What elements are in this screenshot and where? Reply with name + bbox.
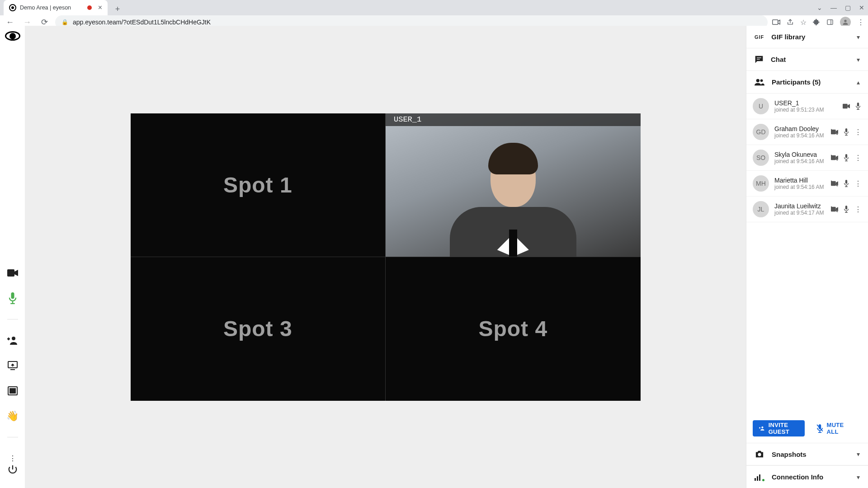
svg-rect-22 <box>845 154 847 158</box>
camera-on-icon[interactable] <box>843 103 850 110</box>
camera-icon <box>755 450 764 458</box>
svg-point-29 <box>761 427 763 428</box>
snapshots-panel-header[interactable]: Snapshots ▾ <box>746 443 868 465</box>
separator <box>7 437 18 437</box>
participant-row[interactable]: MHMarietta Hilljoined at 9:54:16 AM⋮ <box>746 171 868 197</box>
grid-spot-1[interactable]: Spot 1 <box>131 113 386 257</box>
present-button[interactable] <box>6 359 19 372</box>
svg-rect-10 <box>10 389 15 393</box>
tab-bar: Demo Area | eyeson × + ⌄ — ▢ ✕ <box>0 0 868 15</box>
spot-label: Spot 4 <box>478 316 547 341</box>
leave-call-button[interactable] <box>6 465 19 474</box>
left-rail: 👋 ⋮ <box>0 26 25 488</box>
url-text: app.eyeson.team/?otESdDut1L5lncbCHdHeGJt… <box>73 19 211 26</box>
svg-rect-0 <box>773 20 778 25</box>
camera-off-icon[interactable] <box>831 154 838 161</box>
bookmark-star-icon[interactable]: ☆ <box>800 18 807 27</box>
svg-rect-19 <box>845 128 847 132</box>
camera-toggle-button[interactable] <box>6 267 19 279</box>
svg-rect-1 <box>827 20 833 25</box>
window-minimize-icon[interactable]: — <box>830 4 837 11</box>
layout-button[interactable] <box>6 385 19 397</box>
participant-avatar: U <box>753 98 769 114</box>
grid-spot-3[interactable]: Spot 3 <box>131 257 386 401</box>
connection-bars-icon <box>755 474 764 481</box>
chat-panel-header[interactable]: Chat ▾ <box>746 48 868 71</box>
participant-name: Marietta Hill <box>774 177 826 184</box>
connection-info-panel-header[interactable]: Connection Info ▾ <box>746 465 868 488</box>
more-icon[interactable]: ⋮ <box>854 128 862 136</box>
more-icon[interactable]: ⋮ <box>854 154 862 162</box>
participants-list: UUSER_1joined at 9:51:23 AMGDGraham Dool… <box>746 94 868 222</box>
chat-icon <box>755 55 764 64</box>
gif-library-panel-header[interactable]: GIF GIF library ▾ <box>746 26 868 48</box>
add-participant-button[interactable] <box>6 334 19 347</box>
participant-name: Graham Dooley <box>774 125 826 132</box>
camera-off-icon[interactable] <box>831 128 838 136</box>
window-dropdown-icon[interactable]: ⌄ <box>817 4 822 11</box>
mic-icon[interactable] <box>843 180 850 187</box>
grid-spot-2[interactable]: USER_1 <box>386 113 641 257</box>
new-tab-button[interactable]: + <box>111 3 124 15</box>
participant-row[interactable]: JLJaunita Lueilwitzjoined at 9:54:17 AM⋮ <box>746 197 868 222</box>
svg-point-3 <box>844 20 846 22</box>
share-icon[interactable] <box>787 19 794 26</box>
participant-row[interactable]: SOSkyla Okunevajoined at 9:54:16 AM⋮ <box>746 145 868 171</box>
grid-spot-4[interactable]: Spot 4 <box>386 257 641 401</box>
participant-info: Jaunita Lueilwitzjoined at 9:54:17 AM <box>774 202 826 216</box>
chevron-down-icon: ▾ <box>857 474 860 481</box>
chevron-down-icon: ▾ <box>857 450 860 458</box>
video-overlay-label: USER_1 <box>386 113 641 126</box>
close-tab-icon[interactable]: × <box>98 4 102 12</box>
app-logo[interactable] <box>5 31 20 41</box>
mic-icon[interactable] <box>843 128 850 136</box>
mute-all-button[interactable]: MUTE ALL <box>810 420 862 436</box>
participant-video-tile: USER_1 <box>386 113 641 257</box>
participant-avatar: SO <box>753 150 769 166</box>
participant-info: Skyla Okunevajoined at 9:54:16 AM <box>774 151 826 164</box>
extensions-icon[interactable] <box>813 19 820 26</box>
participant-row[interactable]: GDGraham Dooleyjoined at 9:54:16 AM⋮ <box>746 119 868 145</box>
chevron-down-icon: ▾ <box>857 56 860 63</box>
browser-tab[interactable]: Demo Area | eyeson × <box>4 0 108 15</box>
mic-icon[interactable] <box>854 103 862 110</box>
app-root: 👋 ⋮ Spot 1 USER_1 <box>0 26 868 488</box>
favicon-eyeson <box>9 4 16 11</box>
right-sidebar: GIF GIF library ▾ Chat ▾ Participants (5… <box>746 26 868 488</box>
add-person-icon <box>759 425 765 432</box>
participant-joined-time: joined at 9:54:16 AM <box>774 184 826 190</box>
participant-info: USER_1joined at 9:51:23 AM <box>774 99 837 113</box>
mic-icon[interactable] <box>843 206 850 213</box>
participant-joined-time: joined at 9:54:16 AM <box>774 132 826 139</box>
participant-name: USER_1 <box>774 99 837 107</box>
mic-toggle-button[interactable] <box>6 292 19 305</box>
svg-point-14 <box>760 79 763 82</box>
participant-row[interactable]: UUSER_1joined at 9:51:23 AM <box>746 94 868 119</box>
camera-off-icon[interactable] <box>831 180 838 187</box>
camera-permission-icon[interactable] <box>772 19 780 25</box>
participants-panel-header[interactable]: Participants (5) ▴ <box>746 71 868 94</box>
camera-off-icon[interactable] <box>831 206 838 213</box>
browser-chrome: Demo Area | eyeson × + ⌄ — ▢ ✕ ← → ⟳ 🔒 a… <box>0 0 868 26</box>
participants-icon <box>755 79 764 86</box>
svg-rect-15 <box>843 104 848 109</box>
chevron-up-icon: ▴ <box>857 79 860 86</box>
window-maximize-icon[interactable]: ▢ <box>845 4 851 11</box>
more-icon[interactable]: ⋮ <box>854 205 862 214</box>
spot-label: Spot 3 <box>223 316 292 341</box>
more-icon[interactable]: ⋮ <box>854 179 862 188</box>
participant-joined-time: joined at 9:54:16 AM <box>774 158 826 164</box>
invite-guest-button[interactable]: INVITE GUEST <box>753 420 805 436</box>
separator <box>7 319 18 319</box>
more-options-button[interactable]: ⋮ <box>6 452 19 465</box>
window-close-icon[interactable]: ✕ <box>859 4 864 11</box>
video-grid: Spot 1 USER_1 Spot 3 Spot 4 <box>131 113 641 401</box>
mic-icon[interactable] <box>843 154 850 161</box>
kebab-menu-icon[interactable]: ⋮ <box>857 18 864 27</box>
recording-indicator-icon <box>87 5 92 10</box>
tab-title: Demo Area | eyeson <box>20 5 71 11</box>
participant-info: Marietta Hilljoined at 9:54:16 AM <box>774 177 826 190</box>
reactions-button[interactable]: 👋 <box>6 410 19 422</box>
side-panel-icon[interactable] <box>826 19 834 26</box>
window-controls: ⌄ — ▢ ✕ <box>817 0 868 15</box>
